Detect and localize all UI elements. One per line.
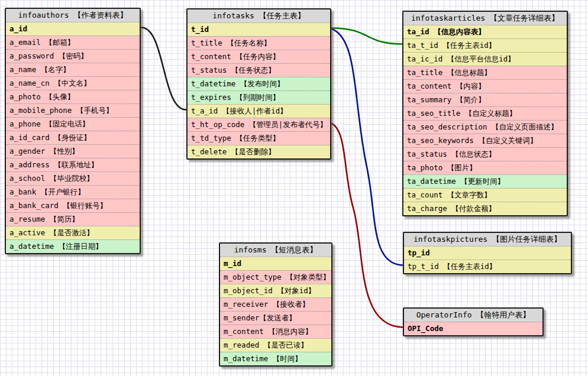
field-infoauthors-a_password[interactable]: a_password 【密码】 — [6, 49, 140, 63]
field-infotaskarticles-ta_seo_title[interactable]: ta_seo_title 【自定义标题】 — [403, 106, 567, 120]
field-infosms-m_receiver[interactable]: m_receiver 【接收者】 — [220, 297, 331, 311]
field-infoauthors-a_id[interactable]: a_id — [6, 22, 140, 35]
field-infoauthors-a_bank[interactable]: a_bank 【开户银行】 — [6, 185, 140, 199]
field-infotaskarticles-ta_datetime[interactable]: ta_datetime 【更新时间】 — [403, 174, 567, 188]
table-title-infoauthors[interactable]: infoauthors 【作者资料表】 — [6, 9, 140, 22]
field-infoauthors-a_photo[interactable]: a_photo 【头像】 — [6, 90, 140, 103]
field-infosms-m_sender[interactable]: m_sender【发送者】 — [220, 311, 331, 325]
field-infoauthors-a_gender[interactable]: a_gender 【性别】 — [6, 144, 140, 158]
field-infotasks-t_status[interactable]: t_status 【任务状态】 — [188, 63, 330, 77]
table-OperatorInfo[interactable]: OperatorInfo 【翰特用户表】OPI_Code — [403, 307, 544, 336]
field-infotaskarticles-ta_status[interactable]: ta_status 【信息状态】 — [403, 147, 567, 161]
field-infotasks-t_ht_op_code[interactable]: t_ht_op_code 【管理员|发布者代号】 — [188, 118, 330, 131]
field-infotaskarticles-ta_count[interactable]: ta_count 【文章字数】 — [403, 188, 567, 202]
field-infotaskarticles-ta_seo_description[interactable]: ta_seo_description 【自定义页面描述】 — [403, 120, 567, 134]
table-infosms[interactable]: infosms 【短消息表】m_idm_object_type 【对象类型】m_… — [219, 242, 332, 367]
field-infoauthors-a_bank_card[interactable]: a_bank_card 【银行账号】 — [6, 199, 140, 212]
field-infosms-m_content[interactable]: m_content 【消息内容】 — [220, 325, 331, 338]
field-infoauthors-a_name[interactable]: a_name 【名字】 — [6, 63, 140, 76]
field-infotasks-t_title[interactable]: t_title 【任务名称】 — [188, 36, 330, 50]
field-infotaskarticles-ta_seo_keywords[interactable]: ta_seo_keywords 【自定义关键词】 — [403, 134, 567, 147]
field-infotasks-t_datetime[interactable]: t_datetime 【发布时间】 — [188, 77, 330, 90]
field-infosms-m_datetime[interactable]: m_datetime 【时间】 — [220, 352, 331, 365]
field-infotasks-t_delete[interactable]: t_delete 【是否删除】 — [188, 145, 330, 158]
er-diagram-canvas: infoauthors 【作者资料表】a_ida_email 【邮箱】a_pas… — [0, 0, 588, 376]
field-infotaskarticles-ta_charge[interactable]: ta_charge 【付款金额】 — [403, 202, 567, 215]
field-infosms-m_id[interactable]: m_id — [220, 257, 331, 270]
table-infotaskpictures[interactable]: infotaskpictures 【图片任务详细表】tp_idtp_t_id 【… — [403, 232, 572, 274]
table-infotasks[interactable]: infotasks 【任务主表】t_idt_title 【任务名称】t_cont… — [186, 8, 331, 160]
field-infotasks-t_expires[interactable]: t_expires 【到期时间】 — [188, 90, 330, 104]
field-infoauthors-a_address[interactable]: a_address 【联系地址】 — [6, 158, 140, 171]
field-infoauthors-a_datetime[interactable]: a_datetime 【注册日期】 — [6, 239, 140, 253]
field-infosms-m_readed[interactable]: m_readed 【是否已读】 — [220, 338, 331, 352]
field-infosms-m_object_type[interactable]: m_object_type 【对象类型】 — [220, 270, 331, 284]
field-OperatorInfo-OPI_Code[interactable]: OPI_Code — [404, 322, 542, 335]
field-infoauthors-a_id_card[interactable]: a_id_card 【身份证】 — [6, 131, 140, 144]
field-infoauthors-a_phone[interactable]: a_phone 【固定电话】 — [6, 117, 140, 131]
field-infotaskarticles-ta_t_id[interactable]: ta_t_id 【任务主表id】 — [403, 38, 567, 52]
field-infoauthors-a_school[interactable]: a_school 【毕业院校】 — [6, 171, 140, 185]
field-infotaskarticles-ta_id[interactable]: ta_id 【信息内容表】 — [403, 25, 567, 38]
table-title-infosms[interactable]: infosms 【短消息表】 — [220, 244, 331, 257]
field-infoauthors-a_resume[interactable]: a_resume 【简历】 — [6, 212, 140, 226]
table-title-infotasks[interactable]: infotasks 【任务主表】 — [188, 9, 330, 22]
table-infotaskarticles[interactable]: infotaskarticles 【文章任务详细表】ta_id 【信息内容表】t… — [402, 11, 568, 216]
relationship-line-infotasks.t_id-to-infotaskarticles.ta_t_id[interactable] — [332, 28, 402, 44]
relationship-line-infoauthors.a_id-to-infotasks.t_a_id[interactable] — [141, 28, 186, 110]
field-infotasks-t_td_type[interactable]: t_td_type 【任务类型】 — [188, 131, 330, 145]
field-infotaskpictures-tp_t_id[interactable]: tp_t_id 【任务主表id】 — [404, 260, 571, 273]
field-infoauthors-a_mobile_phone[interactable]: a_mobile_phone 【手机号】 — [6, 103, 140, 117]
field-infotaskpictures-tp_id[interactable]: tp_id — [404, 246, 571, 260]
field-infotaskarticles-ta_content[interactable]: ta_content 【内容】 — [403, 79, 567, 93]
field-infotasks-t_id[interactable]: t_id — [188, 22, 330, 36]
field-infotaskarticles-ta_title[interactable]: ta_title 【信息标题】 — [403, 66, 567, 79]
table-title-OperatorInfo[interactable]: OperatorInfo 【翰特用户表】 — [404, 309, 542, 322]
field-infosms-m_object_id[interactable]: m_object_id 【对象id】 — [220, 284, 331, 297]
table-title-infotaskarticles[interactable]: infotaskarticles 【文章任务详细表】 — [403, 12, 567, 25]
field-infoauthors-a_email[interactable]: a_email 【邮箱】 — [6, 35, 140, 49]
field-infotaskarticles-ta_photo[interactable]: ta_photo 【图片】 — [403, 161, 567, 174]
relationship-line-infotasks.t_id-to-infotaskpictures.tp_t_id[interactable] — [332, 29, 402, 265]
relationship-line-infotasks.t_ht_op_code-to-OperatorInfo.OPI_Code[interactable] — [332, 124, 402, 328]
field-infoauthors-a_active[interactable]: a_active 【是否激活】 — [6, 226, 140, 239]
table-infoauthors[interactable]: infoauthors 【作者资料表】a_ida_email 【邮箱】a_pas… — [5, 8, 141, 254]
field-infoauthors-a_name_cn[interactable]: a_name_cn 【中文名】 — [6, 76, 140, 90]
field-infotasks-t_a_id[interactable]: t_a_id 【接收人|作者id】 — [188, 104, 330, 118]
table-title-infotaskpictures[interactable]: infotaskpictures 【图片任务详细表】 — [404, 233, 571, 246]
field-infotasks-t_content[interactable]: t_content 【任务内容】 — [188, 50, 330, 63]
field-infotaskarticles-ta_ic_id[interactable]: ta_ic_id 【信息平台信息id】 — [403, 52, 567, 66]
field-infotaskarticles-ta_summary[interactable]: ta_summary 【简介】 — [403, 93, 567, 106]
